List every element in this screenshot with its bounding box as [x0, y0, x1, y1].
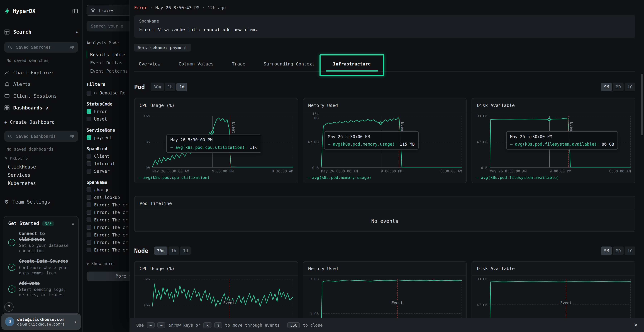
- search-section-label: Search: [13, 29, 31, 35]
- pod-cpu-chart-card: CPU Usage (%) 16%8%0% EventMay 26 5:30:0…: [134, 98, 298, 183]
- preset-clickhouse[interactable]: ClickHouse: [8, 163, 78, 171]
- tab-overview[interactable]: Overview: [139, 56, 160, 71]
- range-1d-button[interactable]: 1d: [180, 246, 191, 255]
- user-subtitle: dale@clickhouse.com's: [17, 322, 72, 326]
- pod-timeline-empty-state: No events: [134, 210, 635, 232]
- close-icon[interactable]: ×: [634, 322, 638, 328]
- size-md-button[interactable]: MD: [613, 246, 624, 255]
- tab-trace[interactable]: Trace: [232, 56, 245, 71]
- layers-icon: [90, 8, 96, 13]
- get-started-item-add-data[interactable]: ✓ Add Data Start sending logs, metrics, …: [8, 281, 74, 298]
- chart-title: Disk Available: [472, 98, 635, 112]
- event-details-drawer: Error · May 26 8:50:43 PM · 12h ago Span…: [130, 0, 644, 332]
- help-button[interactable]: ?: [4, 302, 14, 312]
- range-1h-button[interactable]: 1h: [165, 83, 176, 91]
- checkbox-unchecked[interactable]: [86, 232, 91, 237]
- chart-legend: —avg(k8s.pod.filesystem.available): [474, 174, 631, 182]
- gear-icon: ⚙: [4, 199, 9, 205]
- checkbox-unchecked[interactable]: [86, 161, 91, 166]
- get-started-item-desc: Set up your database connection: [19, 243, 73, 254]
- pod-section-header: Pod 30m 1h 1d SM MD LG: [134, 81, 636, 93]
- size-lg-button[interactable]: LG: [625, 83, 636, 91]
- pod-charts-row: CPU Usage (%) 16%8%0% EventMay 26 5:30:0…: [134, 98, 636, 183]
- create-dashboard-label: + Create Dashboard: [4, 119, 55, 125]
- checkbox-unchecked[interactable]: [86, 202, 91, 207]
- saved-searches-field[interactable]: [16, 44, 67, 50]
- checkbox-unchecked[interactable]: [86, 154, 91, 158]
- checkbox-unchecked[interactable]: [86, 169, 91, 174]
- checkbox-unchecked[interactable]: [86, 218, 91, 222]
- data-point-marker: [211, 130, 214, 134]
- chart-title: Disk Available: [472, 262, 635, 276]
- chevron-up-icon: ∧: [72, 222, 74, 226]
- tab-column-values[interactable]: Column Values: [178, 56, 214, 71]
- range-1h-button[interactable]: 1h: [168, 246, 179, 255]
- sidebar-item-alerts[interactable]: Alerts: [4, 80, 78, 89]
- range-1d-button[interactable]: 1d: [176, 83, 187, 91]
- get-started-item-sources[interactable]: ✓ Create Data Sources Configure where yo…: [8, 259, 74, 276]
- size-sm-button[interactable]: SM: [601, 83, 612, 91]
- drawer-scrollbar[interactable]: [641, 74, 643, 135]
- checkbox-unchecked[interactable]: [86, 210, 91, 215]
- tab-infrastructure[interactable]: Infrastructure: [333, 56, 371, 71]
- size-md-button[interactable]: MD: [613, 83, 624, 91]
- checkbox-unchecked[interactable]: [86, 91, 91, 95]
- node-size-selector: SM MD LG: [601, 246, 636, 255]
- user-menu[interactable]: D dale@clickhouse.com dale@clickhouse.co…: [2, 314, 81, 330]
- saved-dashboards-field[interactable]: [16, 134, 67, 139]
- logo-row: HyperDX: [4, 6, 78, 16]
- y-tick-label: 1 GB: [310, 312, 318, 316]
- node-range-selector: 30m 1h 1d: [154, 246, 191, 255]
- size-lg-button[interactable]: LG: [625, 246, 636, 255]
- get-started-item-title: Connect to ClickHouse: [19, 231, 73, 242]
- get-started-item-connect[interactable]: ✓ Connect to ClickHouse Set up your data…: [8, 231, 74, 254]
- sidebar-item-team-settings[interactable]: ⚙ Team Settings: [4, 197, 78, 206]
- saved-searches-input[interactable]: ⌘K: [4, 42, 78, 52]
- chevron-right-icon: ›: [74, 319, 77, 324]
- sidebar-section-search[interactable]: Search ∧: [4, 27, 78, 36]
- tab-surrounding-context[interactable]: Surrounding Context: [264, 56, 315, 71]
- y-tick-label: 16%: [144, 303, 150, 307]
- get-started-progress-badge: 3/3: [42, 221, 54, 226]
- pod-memory-chart-card: Memory Used 134 MB67 MB0 B EventMay 26 5…: [303, 98, 466, 183]
- checkbox-unchecked[interactable]: [86, 225, 91, 230]
- checkbox-unchecked[interactable]: [86, 240, 91, 245]
- preset-kubernetes[interactable]: Kubernetes: [8, 179, 78, 187]
- checkbox-unchecked[interactable]: [86, 188, 91, 192]
- range-30m-button[interactable]: 30m: [150, 83, 164, 91]
- service-name-tag[interactable]: ServiceName: payment: [134, 44, 191, 52]
- data-point-marker: [379, 122, 382, 125]
- pod-timeline-card: Pod Timeline No events: [134, 196, 636, 232]
- chart-title: Memory Used: [303, 98, 466, 112]
- y-tick-label: 93 GB: [476, 114, 487, 118]
- checkbox-checked[interactable]: ✓: [86, 109, 91, 114]
- x-tick-label: 9:00:00 PM: [550, 169, 571, 173]
- size-sm-button[interactable]: SM: [601, 246, 612, 255]
- x-tick-label: May 26 8:30:00 AM: [490, 169, 527, 173]
- event-label: Event: [559, 301, 572, 305]
- checkbox-unchecked[interactable]: [86, 117, 91, 121]
- checkbox-checked[interactable]: ✓: [86, 135, 91, 140]
- sidebar-item-dashboards[interactable]: Dashboards ∧: [4, 103, 78, 112]
- pod-disk-chart-card: Disk Available 93 GB47 GB0 B EventMay 26…: [472, 98, 636, 183]
- monitor-icon: [4, 93, 10, 98]
- collapse-sidebar-icon[interactable]: [72, 8, 78, 14]
- chart-legend: —avg(k8s.pod.cpu.utilization): [137, 174, 293, 182]
- event-relative-time: 12h ago: [208, 5, 226, 10]
- get-started-card: Get Started 3/3 ∧ ✓ Connect to ClickHous…: [4, 216, 79, 315]
- y-tick-label: 32%: [144, 277, 150, 281]
- sidebar-item-client-sessions[interactable]: Client Sessions: [4, 91, 78, 100]
- preset-services[interactable]: Services: [8, 171, 78, 179]
- severity-label: Error: [134, 5, 147, 10]
- checkbox-unchecked[interactable]: [86, 195, 91, 200]
- presets-group[interactable]: ∨ PRESETS: [5, 155, 28, 161]
- create-dashboard-button[interactable]: + Create Dashboard: [4, 117, 78, 127]
- check-circle-icon: ✓: [8, 239, 16, 246]
- checkbox-unchecked[interactable]: [86, 248, 91, 252]
- get-started-header[interactable]: Get Started 3/3 ∧: [8, 221, 74, 226]
- y-tick-label: 16%: [144, 114, 150, 118]
- pod-range-selector: 30m 1h 1d: [150, 83, 187, 91]
- range-30m-button[interactable]: 30m: [154, 246, 168, 255]
- sidebar-item-chart-explorer[interactable]: Chart Explorer: [4, 68, 78, 77]
- saved-dashboards-input[interactable]: ⌘K: [4, 131, 78, 142]
